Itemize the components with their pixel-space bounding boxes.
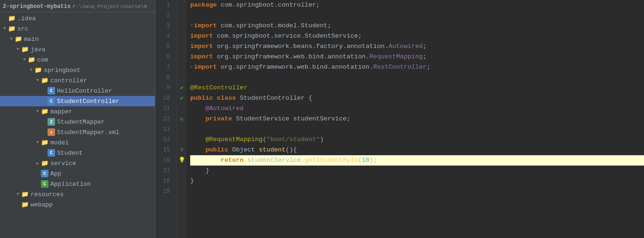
sidebar-item-com[interactable]: ▼📁com: [0, 55, 155, 65]
sidebar-item-java[interactable]: ▼📁java: [0, 44, 155, 55]
sidebar-item-label: Application: [50, 181, 91, 188]
sidebar-item-StudentMapper[interactable]: IStudentMapper: [0, 117, 155, 127]
sidebar-item-Student[interactable]: CStudent: [0, 148, 155, 158]
fold-arrow[interactable]: ▾: [190, 21, 193, 31]
code-token: }: [190, 176, 194, 186]
code-line: return studentService.getStudentById(18)…: [190, 155, 644, 166]
sidebar-item-service[interactable]: ▶📁service: [0, 158, 155, 168]
code-line: public class StudentController {: [190, 93, 644, 103]
sidebar-item-label: StudentMapper: [57, 119, 105, 126]
line-number: 10: [155, 93, 173, 103]
code-area: 12345678910111213141516171819 ✔✔↻▽💡 pack…: [155, 0, 644, 238]
code-line: }: [190, 166, 644, 176]
sidebar-item-webapp[interactable]: 📁webapp: [0, 199, 155, 210]
code-token: [190, 135, 205, 145]
code-token: org.springframework.beans.factory.annota…: [213, 41, 389, 52]
tree-arrow-mapper: ▼: [35, 109, 40, 114]
code-editor: 12345678910111213141516171819 ✔✔↻▽💡 pack…: [155, 0, 644, 238]
gutter-icon-cell: ↻: [177, 114, 186, 124]
code-token: );: [370, 155, 377, 166]
code-token: studentService;: [293, 114, 351, 124]
recycle-icon: ↻: [180, 114, 184, 124]
line-number: 15: [155, 145, 173, 155]
sidebar-item-label: main: [24, 36, 39, 43]
code-line: [190, 72, 644, 83]
sidebar-item-model[interactable]: ▼📁model: [0, 137, 155, 148]
gutter-icon-cell: ✔: [177, 93, 186, 103]
line-number: 18: [155, 176, 173, 186]
sidebar-item-idea[interactable]: 📁.idea: [0, 13, 155, 24]
code-token: (){: [286, 145, 297, 155]
folder-icon: 📁: [21, 190, 29, 198]
sidebar-item-controller[interactable]: ▼📁controller: [0, 75, 155, 86]
folder-icon: 📁: [8, 14, 16, 23]
line-number: 1: [155, 0, 173, 10]
sidebar-item-label: App: [50, 170, 61, 177]
folder-icon: 📁: [21, 45, 29, 54]
keyword-token: import: [194, 21, 217, 31]
code-token: [190, 145, 205, 155]
line-number: 3: [155, 21, 173, 31]
sidebar-item-label: HelloController: [57, 87, 112, 95]
sidebar-item-label: .idea: [17, 15, 36, 22]
sidebar-item-label: model: [50, 139, 69, 146]
code-token: (: [263, 135, 266, 145]
bulb-icon[interactable]: 💡: [178, 155, 185, 166]
code-line: public Object student(){: [190, 145, 644, 155]
code-line: [190, 124, 644, 135]
sidebar-item-App[interactable]: CApp: [0, 168, 155, 179]
code-token: org.springframework.web.bind.annotation.: [213, 52, 370, 62]
line-number: 13: [155, 124, 173, 135]
gutter-icon-cell: ▽: [177, 145, 186, 155]
keyword-token: private: [205, 114, 232, 124]
gutter-icons: ✔✔↻▽💡: [177, 0, 186, 238]
sidebar-item-StudentController[interactable]: CStudentController: [0, 96, 155, 106]
code-token: ;: [423, 41, 427, 52]
sidebar-item-label: src: [17, 25, 28, 32]
sidebar-item-src[interactable]: ▼📁src: [0, 24, 155, 34]
sidebar-item-main[interactable]: ▼📁main: [0, 34, 155, 44]
code-token: com.springboot.service.StudentService;: [213, 31, 362, 41]
sidebar-item-label: springboot: [44, 67, 80, 74]
annotation-value-token: RequestMapping: [370, 52, 423, 62]
gutter-icon-cell: [177, 10, 186, 21]
fold-arrow[interactable]: ▾: [190, 62, 193, 72]
tree-arrow-com: ▼: [22, 57, 27, 62]
gutter-icon-cell: [177, 186, 186, 197]
sidebar-item-Application[interactable]: CApplication: [0, 179, 155, 189]
line-number: 4: [155, 31, 173, 41]
code-token: Object: [228, 145, 259, 155]
code-line: @Autowired: [190, 103, 644, 114]
code-line: private StudentService studentService;: [190, 114, 644, 124]
sidebar-item-mapper[interactable]: ▼📁mapper: [0, 106, 155, 117]
class-icon: C: [47, 97, 56, 105]
keyword-token: package: [190, 0, 217, 10]
sidebar-item-StudentMapperXml[interactable]: XStudentMapper.xml: [0, 127, 155, 137]
code-line: ▾import org.springframework.web.bind.ann…: [190, 62, 644, 72]
code-line: }: [190, 176, 644, 186]
sidebar-item-HelloController[interactable]: CHelloController: [0, 86, 155, 96]
sidebar-item-label: service: [50, 160, 76, 167]
line-number: 19: [155, 186, 173, 197]
sidebar-item-label: webapp: [31, 201, 53, 208]
code-line: import org.springframework.beans.factory…: [190, 41, 644, 52]
interface-icon: I: [47, 118, 56, 126]
folder-icon: 📁: [21, 200, 29, 209]
sidebar-item-springboot[interactable]: ▼📁springboot: [0, 65, 155, 75]
code-line: [190, 186, 644, 197]
code-lines: package com.springboot.controller;▾impor…: [186, 0, 644, 238]
keyword-token: public: [205, 145, 228, 155]
project-title-bar: 2-springboot-mybatis F:\Java_Project\cou…: [0, 1, 155, 12]
code-token: com.springboot.model.Student;: [217, 21, 331, 31]
class-icon: C: [40, 169, 49, 178]
annotation-value-token: RestController: [373, 62, 427, 72]
code-token: org.springframework.web.bind.annotation.: [217, 62, 373, 72]
xml-icon: X: [47, 128, 56, 136]
sidebar-item-label: StudentMapper.xml: [57, 129, 120, 136]
sidebar-item-resources[interactable]: ▼📁resources: [0, 189, 155, 199]
class-icon: C: [47, 149, 56, 157]
gutter-icon-cell: [177, 72, 186, 83]
line-number: 17: [155, 166, 173, 176]
line-number: 16: [155, 155, 173, 166]
keyword-token: import: [190, 52, 213, 62]
